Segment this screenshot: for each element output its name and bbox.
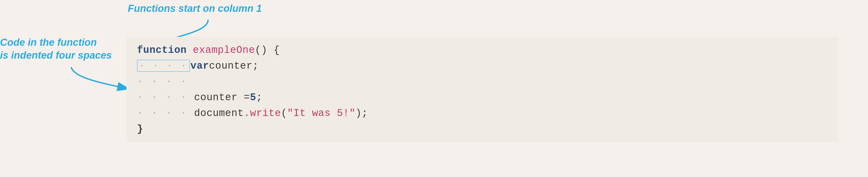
- dots-line4: · · · ·: [137, 92, 188, 103]
- code-block: function exampleOne () { · · · · var cou…: [126, 37, 838, 142]
- keyword-var: var: [190, 60, 209, 72]
- doc-method: .write: [244, 108, 281, 119]
- code-indent-arrow: [71, 67, 129, 89]
- functions-annotation: Functions start on column 1: [128, 2, 262, 15]
- counter-value: 5: [250, 92, 256, 103]
- doc-args: (: [281, 108, 287, 119]
- code-line-1: function exampleOne () {: [137, 42, 827, 58]
- code-line-4: · · · · counter = 5 ;: [137, 90, 827, 105]
- doc-close: );: [355, 108, 368, 119]
- code-line-6: }: [137, 121, 827, 137]
- main-container: Functions start on column 1 Code in the …: [0, 0, 868, 177]
- indent-box: · · · ·: [137, 60, 190, 72]
- dots-line3: · · · ·: [137, 76, 188, 87]
- doc-obj: document: [188, 108, 244, 119]
- indent-dots: · · · ·: [139, 61, 188, 71]
- counter-assign-right: ;: [256, 92, 262, 103]
- keyword-function: function: [137, 44, 187, 56]
- code-line-3: · · · ·: [137, 74, 827, 90]
- counter-assign-left: counter =: [188, 92, 250, 103]
- doc-string: "It was 5!": [287, 108, 355, 119]
- line1-rest: () {: [255, 44, 280, 56]
- closing-brace: }: [137, 123, 143, 135]
- var-rest: counter;: [209, 60, 259, 72]
- code-annotation: Code in the function is indented four sp…: [0, 36, 112, 62]
- function-name: exampleOne: [193, 44, 255, 56]
- code-line-5: · · · · document .write ( "It was 5!" );: [137, 105, 827, 121]
- dots-line5: · · · ·: [137, 108, 188, 118]
- code-line-2: · · · · var counter;: [137, 58, 827, 74]
